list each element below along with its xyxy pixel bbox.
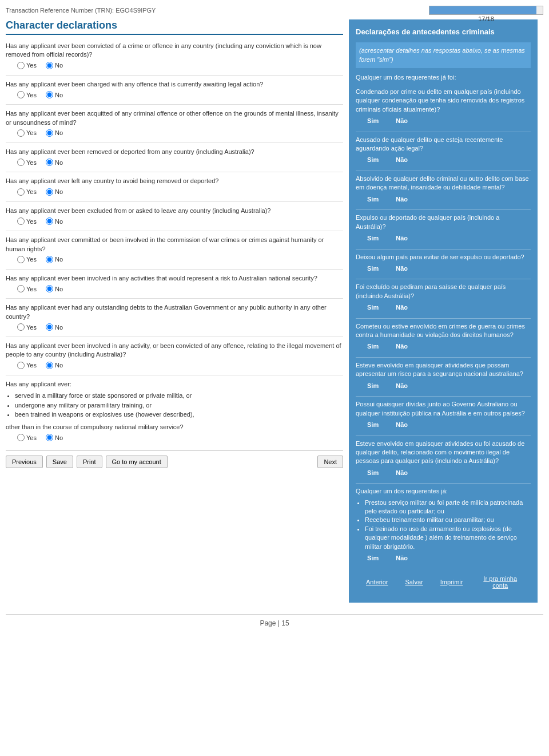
- right-answers-3: Sim Não: [367, 195, 531, 204]
- right-section-1: Condenado por crime ou delito em qualque…: [356, 88, 531, 126]
- anterior-button[interactable]: Anterior: [360, 573, 394, 591]
- radio-yes-4[interactable]: Yes: [17, 159, 37, 166]
- radio-input-yes-7[interactable]: [17, 256, 25, 263]
- radio-input-no-4[interactable]: [46, 159, 53, 166]
- radio-group-5: Yes No: [17, 188, 343, 196]
- radio-input-no-5[interactable]: [46, 188, 53, 196]
- radio-group-9: Yes No: [17, 323, 343, 331]
- radio-group-2: Yes No: [17, 91, 343, 98]
- right-last-bullets: Prestou serviço militar ou foi parte de …: [365, 498, 531, 551]
- save-button[interactable]: Save: [46, 456, 73, 468]
- radio-input-yes-3[interactable]: [17, 129, 25, 137]
- radio-input-no-7[interactable]: [46, 256, 53, 263]
- radio-no-3[interactable]: No: [46, 129, 63, 137]
- right-section-6: Foi excluído ou pediram para saísse de q…: [356, 283, 531, 312]
- radio-group-3: Yes No: [17, 129, 343, 137]
- right-question-1: Condenado por crime ou delito em qualque…: [356, 88, 531, 114]
- right-answers-4: Sim Não: [367, 233, 531, 243]
- radio-no-5[interactable]: No: [46, 188, 63, 196]
- radio-input-no-3[interactable]: [46, 129, 53, 137]
- radio-input-yes-last[interactable]: [17, 434, 25, 441]
- last-bullet-3: been trained in weapons or explosives us…: [15, 410, 343, 419]
- radio-group-last: Yes No: [17, 434, 343, 441]
- left-panel: Character declarations Has any applicant…: [6, 19, 343, 603]
- right-nao-7: Não: [396, 342, 408, 351]
- question-block-10: Has any applicant ever been involved in …: [6, 342, 343, 369]
- radio-no-2[interactable]: No: [46, 91, 63, 98]
- question-block-3: Has any applicant ever been acquitted of…: [6, 109, 343, 137]
- radio-input-yes-9[interactable]: [17, 323, 25, 331]
- go-to-account-button[interactable]: Go to my account: [106, 456, 168, 468]
- radio-no-4[interactable]: No: [46, 159, 63, 166]
- progress-bar-inner: [429, 6, 536, 14]
- radio-input-no-2[interactable]: [46, 91, 53, 98]
- radio-yes-10[interactable]: Yes: [17, 362, 37, 369]
- right-last-bullet-1: Prestou serviço militar ou foi parte de …: [365, 498, 531, 516]
- radio-yes-3[interactable]: Yes: [17, 129, 37, 137]
- page-title: Character declarations: [6, 19, 343, 35]
- right-answers-2: Sim Não: [367, 155, 531, 165]
- radio-input-yes-2[interactable]: [17, 91, 25, 98]
- radio-group-4: Yes No: [17, 159, 343, 166]
- right-nao-5: Não: [396, 264, 408, 274]
- right-bottom-buttons: Anterior Salvar Imprimir Ir pra minha co…: [356, 568, 531, 596]
- right-last-bullet-3: Foi treinado no uso de armamento ou expl…: [365, 525, 531, 551]
- radio-no-9[interactable]: No: [46, 323, 63, 331]
- radio-yes-last[interactable]: Yes: [17, 434, 37, 441]
- top-bar: Transaction Reference Number (TRN): EGO4…: [6, 6, 543, 15]
- right-section-3: Absolvido de qualquer delito criminal ou…: [356, 175, 531, 204]
- progress-bar-container: 17/18: [429, 6, 543, 15]
- imprimir-button[interactable]: Imprimir: [435, 573, 469, 591]
- print-button[interactable]: Print: [77, 456, 102, 468]
- right-sim-3: Sim: [367, 195, 379, 204]
- radio-input-no-6[interactable]: [46, 217, 53, 225]
- radio-no-8[interactable]: No: [46, 285, 63, 292]
- last-question-bullets: served in a military force or state spon…: [15, 391, 343, 419]
- right-question-3: Absolvido de qualquer delito criminal ou…: [356, 175, 531, 192]
- right-section-4: Expulso ou deportado de qualquer país (i…: [356, 213, 531, 243]
- radio-no-1[interactable]: No: [46, 62, 63, 69]
- question-text-8: Has any applicant ever been involved in …: [6, 274, 343, 283]
- right-section-9: Possui quaisquer dívidas junto ao Govern…: [356, 400, 531, 429]
- radio-input-yes-10[interactable]: [17, 362, 25, 369]
- radio-yes-7[interactable]: Yes: [17, 256, 37, 263]
- salvar-button[interactable]: Salvar: [400, 573, 429, 591]
- question-text-10: Has any applicant ever been involved in …: [6, 342, 343, 359]
- radio-input-yes-4[interactable]: [17, 159, 25, 166]
- right-answers-8: Sim Não: [367, 381, 531, 391]
- radio-input-no-9[interactable]: [46, 323, 53, 331]
- ir-pra-minha-conta-button[interactable]: Ir pra minha conta: [474, 573, 526, 591]
- radio-yes-5[interactable]: Yes: [17, 188, 37, 196]
- right-question-4: Expulso ou deportado de qualquer país (i…: [356, 213, 531, 231]
- radio-yes-1[interactable]: Yes: [17, 62, 37, 69]
- right-answers-5: Sim Não: [367, 264, 531, 274]
- next-button[interactable]: Next: [317, 456, 343, 468]
- radio-input-no-last[interactable]: [46, 434, 53, 441]
- radio-input-yes-8[interactable]: [17, 285, 25, 292]
- right-nao-1: Não: [396, 116, 408, 126]
- progress-label: 17/18: [429, 14, 543, 23]
- radio-input-no-8[interactable]: [46, 285, 53, 292]
- radio-input-yes-5[interactable]: [17, 188, 25, 196]
- radio-no-6[interactable]: No: [46, 217, 63, 225]
- question-text-2: Has any applicant ever been charged with…: [6, 80, 343, 89]
- radio-group-7: Yes No: [17, 256, 343, 263]
- radio-input-no-10[interactable]: [46, 362, 53, 369]
- radio-yes-8[interactable]: Yes: [17, 285, 37, 292]
- radio-yes-2[interactable]: Yes: [17, 91, 37, 98]
- right-answers-7: Sim Não: [367, 342, 531, 351]
- right-question-9: Possui quaisquer dívidas junto ao Govern…: [356, 400, 531, 418]
- radio-no-last[interactable]: No: [46, 434, 63, 441]
- radio-no-10[interactable]: No: [46, 362, 63, 369]
- radio-yes-6[interactable]: Yes: [17, 217, 37, 225]
- previous-button[interactable]: Previous: [6, 456, 43, 468]
- radio-no-7[interactable]: No: [46, 256, 63, 263]
- question-block-4: Has any applicant ever been removed or d…: [6, 148, 343, 166]
- radio-input-yes-6[interactable]: [17, 217, 25, 225]
- page-footer: Page | 15: [6, 614, 543, 627]
- right-panel-qualifier-text: Qualquer um dos requerentes já foi:: [356, 74, 456, 81]
- radio-input-yes-1[interactable]: [17, 62, 25, 69]
- radio-yes-9[interactable]: Yes: [17, 323, 37, 331]
- right-last-sim: Sim: [367, 553, 379, 563]
- radio-input-no-1[interactable]: [46, 62, 53, 69]
